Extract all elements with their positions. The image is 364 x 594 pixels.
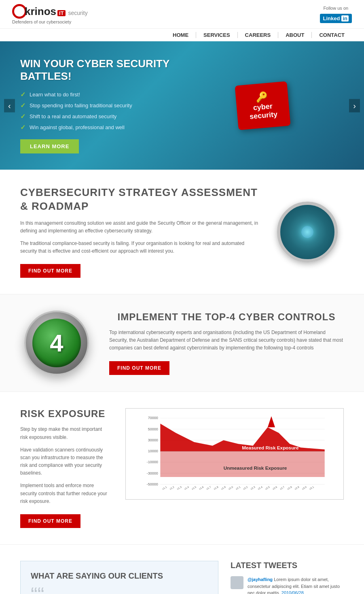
hero-image: 🔑 cyber security [182, 83, 344, 128]
radar-dot [301, 226, 313, 238]
svg-text:1: 1 [167, 417, 169, 423]
circle4-inner: 4 [32, 319, 81, 367]
risk-text1: Step by step make the most important ris… [20, 426, 109, 441]
linkedin-text: Linked [323, 15, 340, 21]
svg-text:v2.0: v2.0 [228, 485, 233, 490]
strategy-findout-button[interactable]: FIND OUT MORE [20, 264, 80, 278]
nav-services[interactable]: SERVICES [196, 32, 238, 38]
tweet-content: @jayhafling Lorem ipsum dolor sit amet, … [248, 576, 344, 594]
svg-text:v2.7: v2.7 [279, 485, 285, 490]
svg-text:v1.1: v1.1 [162, 485, 167, 490]
svg-text:50000: 50000 [148, 427, 158, 431]
tweet-avatar [231, 576, 243, 589]
number4-text: 4 [50, 329, 63, 357]
risk-section: RISK EXPOSURE Step by step make the most… [0, 392, 364, 545]
svg-text:v1.7: v1.7 [206, 485, 212, 490]
tweet-handle: @jayhafling [248, 577, 273, 582]
hero-list: ✓Learn what to do first! ✓Stop spending … [20, 91, 182, 131]
logo-security: security [67, 10, 88, 16]
list-item: ✓Learn what to do first! [20, 91, 182, 98]
linkedin-badge[interactable]: Linked in [320, 14, 352, 23]
logo-it: IT [57, 10, 66, 16]
svg-text:v2.3: v2.3 [250, 485, 256, 490]
clients-title: WHAT ARE SAYING OUR CLIENTS [31, 571, 208, 581]
header: krinosIT security Defenders of our cyber… [0, 0, 364, 29]
tweets-title: LATEST TWEETS [231, 561, 344, 570]
svg-text:v2.1: v2.1 [235, 485, 241, 490]
svg-text:Unmeasured Risk Exposure: Unmeasured Risk Exposure [224, 465, 287, 471]
circle4-outer: 4 [24, 311, 89, 375]
strategy-flex: CYBERSECURITY STRATEGY ASSESSMENT & ROAD… [20, 186, 344, 278]
svg-text:v2.9: v2.9 [294, 485, 300, 490]
svg-text:v1.4: v1.4 [184, 485, 189, 490]
svg-text:v1.3: v1.3 [176, 485, 182, 490]
main-nav: HOME SERVICES CAREERS ABOUT CONTACT [0, 29, 364, 41]
linkedin-follow: Follow us on Linked in [320, 6, 352, 23]
svg-text:Measured Risk Exposure: Measured Risk Exposure [242, 445, 299, 451]
svg-text:-30000: -30000 [147, 471, 158, 475]
svg-text:v3.0: v3.0 [301, 485, 307, 490]
strategy-content: CYBERSECURITY STRATEGY ASSESSMENT & ROAD… [20, 186, 259, 278]
svg-text:v1.2: v1.2 [169, 485, 175, 490]
svg-text:v2.6: v2.6 [272, 485, 277, 490]
nav-about[interactable]: ABOUT [278, 32, 312, 38]
controls-title: IMPLEMENT THE TOP-4 CYBER CONTROLS [109, 311, 344, 323]
cyber-key-graphic: 🔑 cyber security [235, 81, 291, 130]
logo-name: krinosIT security [25, 5, 88, 18]
tweet-item: @jayhafling Lorem ipsum dolor sit amet, … [231, 576, 344, 594]
strategy-title: CYBERSECURITY STRATEGY ASSESSMENT & ROAD… [20, 186, 259, 213]
list-item: ✓Shift to a real and automated security [20, 113, 182, 120]
check-icon: ✓ [20, 113, 25, 120]
nav-contact[interactable]: CONTACT [312, 32, 352, 38]
check-icon: ✓ [20, 123, 25, 131]
svg-text:30000: 30000 [148, 438, 158, 442]
svg-text:2: 2 [233, 434, 235, 440]
nav-careers[interactable]: CAREERS [238, 32, 279, 38]
svg-text:v2.2: v2.2 [243, 485, 248, 490]
risk-findout-button[interactable]: FIND OUT MORE [20, 514, 80, 528]
svg-text:v1.6: v1.6 [199, 485, 204, 490]
radar-icon [277, 202, 338, 262]
logo: krinosIT security [12, 4, 88, 19]
check-icon: ✓ [20, 102, 25, 109]
risk-title: RISK EXPOSURE [20, 408, 109, 419]
svg-text:v1.5: v1.5 [191, 485, 197, 490]
clients-box: WHAT ARE SAYING OUR CLIENTS ““ Lorem Ips… [20, 561, 218, 594]
logo-area: krinosIT security Defenders of our cyber… [12, 4, 88, 24]
controls-flex: 4 IMPLEMENT THE TOP-4 CYBER CONTROLS Top… [20, 311, 344, 375]
tweet-date: 2010/06/28 [281, 590, 304, 594]
hero-next-arrow[interactable]: › [349, 99, 360, 112]
follow-text: Follow us on [323, 6, 348, 11]
chart-container: 70000 50000 30000 10000 -10000 -30000 -5… [125, 408, 344, 500]
risk-flex: RISK EXPOSURE Step by step make the most… [20, 408, 344, 528]
risk-content: RISK EXPOSURE Step by step make the most… [20, 408, 109, 528]
svg-text:3: 3 [288, 423, 291, 429]
list-item: ✓Stop spending into failing traditional … [20, 102, 182, 109]
bottom-section: WHAT ARE SAYING OUR CLIENTS ““ Lorem Ips… [0, 545, 364, 594]
logo-tagline: Defenders of our cybersociety [12, 19, 88, 24]
list-item: ✓Win against global, professional and we… [20, 123, 182, 131]
svg-text:v2.4: v2.4 [257, 485, 263, 490]
risk-text3: Implement tools and enforce more securit… [20, 482, 109, 505]
svg-text:-50000: -50000 [147, 482, 158, 486]
controls-findout-button[interactable]: FIND OUT MORE [109, 361, 169, 375]
nav-home[interactable]: HOME [165, 32, 196, 38]
hero-banner: ‹ WIN YOUR CYBER SECURITY BATTLES! ✓Lear… [0, 41, 364, 170]
hero-title: WIN YOUR CYBER SECURITY BATTLES! [20, 57, 182, 83]
svg-marker-20 [268, 416, 275, 427]
learn-more-button[interactable]: LEARN MORE [20, 139, 79, 153]
hero-prev-arrow[interactable]: ‹ [4, 99, 15, 112]
strategy-text1: In this management consulting solution w… [20, 219, 259, 235]
hero-content: WIN YOUR CYBER SECURITY BATTLES! ✓Learn … [20, 57, 182, 153]
svg-text:-10000: -10000 [147, 460, 158, 464]
strategy-text2: The traditional compliance-based securit… [20, 240, 259, 255]
quote-mark: ““ [31, 587, 208, 594]
strategy-section: CYBERSECURITY STRATEGY ASSESSMENT & ROAD… [0, 170, 364, 294]
svg-text:10000: 10000 [148, 449, 158, 453]
risk-chart-svg: 70000 50000 30000 10000 -10000 -30000 -5… [130, 413, 339, 494]
linkedin-in: in [341, 15, 349, 21]
controls-section: 4 IMPLEMENT THE TOP-4 CYBER CONTROLS Top… [0, 294, 364, 392]
svg-text:70000: 70000 [148, 416, 158, 420]
svg-text:v1.9: v1.9 [220, 485, 226, 490]
controls-content: IMPLEMENT THE TOP-4 CYBER CONTROLS Top i… [109, 311, 344, 375]
